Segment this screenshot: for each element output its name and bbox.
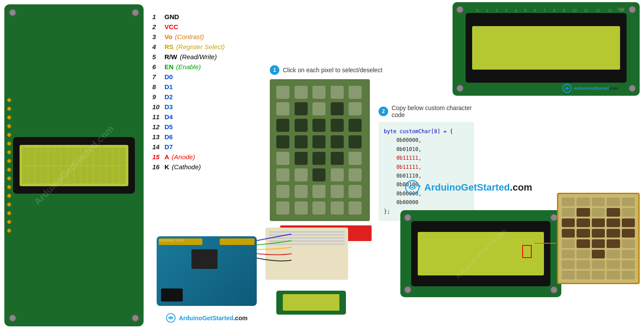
pin-number: 6 — [152, 63, 164, 70]
pin-row-14: 14 D7 — [152, 143, 274, 151]
pin-row-8: 8 D1 — [152, 83, 274, 91]
pixel-cell[interactable] — [276, 152, 289, 165]
pixel-cell[interactable] — [312, 119, 325, 132]
pixel-cell[interactable] — [295, 152, 308, 165]
lcd-cell — [22, 166, 28, 184]
svg-point-3 — [411, 186, 413, 188]
pixel-cell[interactable] — [349, 185, 362, 198]
pin-name: D5 — [164, 123, 173, 131]
lcd-cell — [55, 148, 61, 165]
pin-number: 12 — [152, 123, 164, 131]
pixel-cell[interactable] — [276, 135, 289, 148]
pin-desc: (Register Select) — [176, 43, 225, 50]
small-lcd — [276, 291, 346, 315]
custom-char-highlight — [522, 245, 532, 258]
pixel-cell[interactable] — [331, 201, 344, 215]
pixel-cell[interactable] — [312, 102, 325, 115]
pin-row-12: 12 D5 — [152, 123, 274, 131]
pixel-cell[interactable] — [295, 135, 308, 148]
zoomed-pixel-cell — [592, 271, 605, 279]
pixel-cell[interactable] — [312, 168, 325, 181]
pin-row-16: 16 K (Cathode) — [152, 163, 274, 171]
lcd-cell — [29, 148, 35, 165]
breadboard-row — [269, 234, 345, 236]
pixel-cell[interactable] — [331, 102, 344, 115]
pixel-cell[interactable] — [349, 201, 362, 215]
pixel-cell[interactable] — [312, 185, 325, 198]
zoomed-pixel-cell — [622, 208, 635, 217]
pixel-cell[interactable] — [295, 201, 308, 215]
pixel-cell[interactable] — [276, 185, 289, 198]
zoomed-pixel-cell — [607, 239, 620, 248]
lcd-cell — [35, 148, 41, 165]
zoomed-pixel-cell — [607, 218, 620, 227]
pin-name: K — [164, 163, 169, 171]
pixel-cell[interactable] — [331, 135, 344, 148]
arduino-power-jack — [161, 288, 183, 302]
pin-number: 5 — [152, 53, 164, 60]
pixel-cell[interactable] — [331, 185, 344, 198]
screw-bl — [404, 286, 412, 294]
zoomed-pixel-cell — [622, 271, 635, 279]
pixel-cell[interactable] — [349, 152, 362, 165]
zoomed-pixel-cell — [622, 239, 635, 248]
pixel-cell[interactable] — [331, 119, 344, 132]
pixel-cell[interactable] — [312, 201, 325, 215]
pixel-cell[interactable] — [295, 119, 308, 132]
code-instruction-text: Copy below custom character code — [392, 104, 474, 118]
lcd-cell — [48, 166, 54, 184]
zoomed-pixel-cell — [562, 250, 575, 258]
pixel-cell[interactable] — [312, 152, 325, 165]
pixel-cell[interactable] — [331, 152, 344, 165]
row-label: row — [617, 7, 624, 11]
pixel-cell[interactable] — [295, 185, 308, 198]
arduino-section: ARDUINO UNO — [157, 228, 348, 323]
screw-bl — [456, 84, 464, 92]
pixel-cell[interactable] — [349, 168, 362, 181]
pixel-grid[interactable] — [276, 86, 363, 215]
pixel-cell[interactable] — [276, 102, 289, 115]
pixel-cell[interactable] — [349, 102, 362, 115]
pixel-cell[interactable] — [295, 102, 308, 115]
lcd-cell — [87, 148, 93, 165]
pin-dot — [7, 115, 11, 120]
zoomed-pixel-cell — [607, 271, 620, 279]
pin-row-7: 7 D0 — [152, 73, 274, 80]
pin-number: 16 — [152, 163, 164, 171]
pixel-cell[interactable] — [276, 201, 289, 215]
ags-logo-large-text: ArduinoGetStarted.com — [424, 182, 532, 193]
pin-row-11: 11 D4 — [152, 113, 274, 121]
pin-labels-section: 1 GND 2 VCC 3 Vo (Contrast) 4 RS (Regist… — [152, 13, 274, 173]
pixel-cell[interactable] — [295, 168, 308, 181]
pixel-cell[interactable] — [312, 135, 325, 148]
pin-desc: (Contrast) — [175, 33, 204, 40]
pixel-cell[interactable] — [331, 86, 344, 99]
ags-logo-bottom-text: ArduinoGetStarted.com — [179, 315, 248, 322]
pin-number: 11 — [152, 113, 164, 121]
bottom-lcd-board: ArduinoGetStarted.com — [400, 210, 561, 297]
pixel-cell[interactable] — [312, 86, 325, 99]
pin-name: EN — [164, 63, 174, 70]
pixel-cell[interactable] — [276, 119, 289, 132]
pixel-cell[interactable] — [295, 86, 308, 99]
pixel-cell[interactable] — [331, 168, 344, 181]
pixel-cell[interactable] — [276, 86, 289, 99]
zoomed-pixel-cell — [562, 208, 575, 217]
zoomed-pixel-cell — [622, 250, 635, 258]
lcd-cell — [29, 166, 35, 184]
pixel-cell[interactable] — [349, 119, 362, 132]
pin-number: 15 — [152, 153, 164, 161]
pixel-cell[interactable] — [349, 135, 362, 148]
lcd-cell — [68, 148, 74, 165]
pin-name: R/W — [164, 53, 177, 60]
screw-tl — [9, 9, 17, 17]
ags-logo-bottom: ArduinoGetStarted.com — [165, 312, 248, 323]
pixel-cell[interactable] — [276, 168, 289, 181]
zoomed-pixel-cell — [622, 218, 635, 227]
bottom-lcd-inner — [411, 221, 550, 286]
zoomed-pixel-cell — [592, 218, 605, 227]
lcd-cell — [22, 148, 28, 165]
lcd-cell — [80, 148, 87, 165]
lcd-cell — [107, 148, 113, 165]
pixel-cell[interactable] — [349, 86, 362, 99]
